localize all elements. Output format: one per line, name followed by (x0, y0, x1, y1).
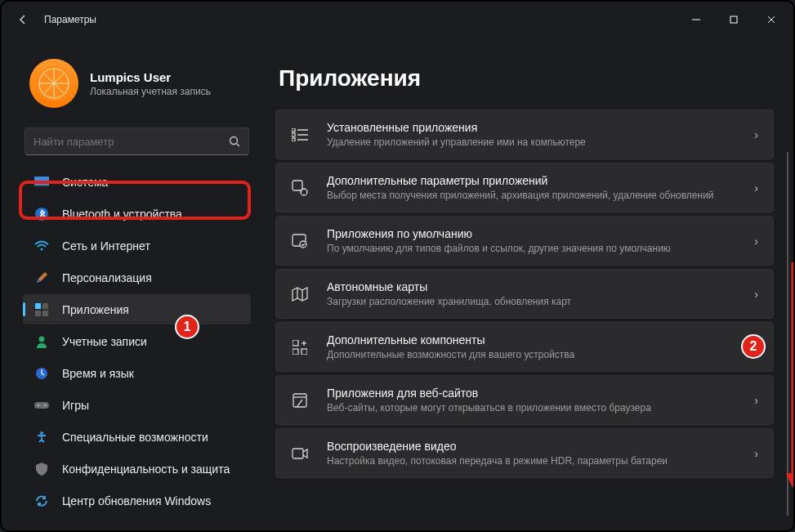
app-gear-icon (291, 179, 309, 197)
card-sub: Дополнительные возможности для вашего ус… (327, 349, 736, 360)
sidebar-item-accounts[interactable]: Учетные записи (23, 326, 251, 356)
chevron-right-icon: › (754, 447, 758, 460)
profile-name: Lumpics User (90, 70, 211, 84)
card-installed-apps[interactable]: Установленные приложенияУдаление приложе… (275, 110, 774, 159)
svg-rect-12 (34, 177, 49, 186)
card-sub: Удаление приложений и управление ими на … (327, 136, 736, 148)
svg-rect-22 (34, 402, 49, 409)
sidebar-item-network[interactable]: Сеть и Интернет (23, 230, 251, 261)
svg-point-20 (39, 336, 45, 342)
card-title: Приложения по умолчанию (327, 227, 736, 240)
svg-rect-13 (34, 186, 49, 187)
sidebar-item-bluetooth[interactable]: Bluetooth и устройства (23, 199, 251, 229)
profile[interactable]: Lumpics User Локальная учетная запись (29, 59, 251, 108)
sidebar-item-gaming[interactable]: Игры (23, 390, 251, 420)
website-icon (291, 391, 309, 409)
display-icon (34, 175, 49, 190)
titlebar: Параметры (2, 2, 793, 38)
search-input[interactable] (33, 136, 229, 148)
card-sub: По умолчанию для типов файлов и ссылок, … (327, 243, 736, 254)
sidebar-item-label: Приложения (62, 303, 129, 316)
video-icon (291, 445, 309, 463)
card-sub: Загрузки расположение хранилища, обновле… (327, 296, 736, 307)
accessibility-icon (34, 430, 49, 445)
sidebar-item-label: Bluetooth и устройства (62, 208, 182, 221)
bluetooth-icon (34, 207, 49, 221)
features-icon (291, 338, 309, 356)
sidebar-item-label: Игры (62, 399, 89, 412)
svg-rect-19 (42, 311, 48, 316)
search-box[interactable] (25, 127, 249, 155)
svg-point-24 (44, 405, 46, 406)
card-video-playback[interactable]: Воспроизведение видеоНастройка видео, по… (275, 428, 774, 478)
svg-point-25 (40, 431, 43, 435)
profile-subtitle: Локальная учетная запись (90, 86, 211, 97)
card-sub: Настройка видео, потоковая передача в ре… (327, 455, 736, 467)
card-advanced-app-settings[interactable]: Дополнительные параметры приложенийВыбор… (275, 163, 774, 212)
map-icon (291, 285, 309, 303)
chevron-right-icon: › (754, 288, 758, 301)
card-sub: Веб-сайты, которые могут открываться в п… (327, 402, 736, 414)
annotation-badge-1: 1 (175, 315, 199, 339)
maximize-button[interactable] (715, 7, 753, 33)
svg-rect-43 (293, 394, 306, 407)
window-controls (677, 7, 790, 33)
sidebar-item-label: Персонализация (62, 271, 152, 284)
card-default-apps[interactable]: Приложения по умолчаниюПо умолчанию для … (275, 216, 774, 266)
svg-rect-17 (42, 303, 48, 309)
sidebar-item-time[interactable]: Время и язык (23, 358, 251, 388)
svg-point-33 (301, 189, 307, 195)
card-apps-for-websites[interactable]: Приложения для веб-сайтовВеб-сайты, кото… (275, 375, 774, 425)
back-button[interactable] (7, 3, 39, 36)
sidebar: Lumpics User Локальная учетная запись Си… (2, 38, 259, 530)
window-title: Параметры (44, 14, 96, 25)
annotation-badge-2: 2 (741, 334, 766, 359)
page-title: Приложения (279, 65, 774, 92)
svg-rect-28 (292, 133, 295, 136)
sidebar-item-privacy[interactable]: Конфиденциальность и защита (23, 454, 251, 484)
cards-list: Установленные приложенияУдаление приложе… (275, 110, 774, 478)
sidebar-item-system[interactable]: Система (23, 167, 251, 197)
card-title: Установленные приложения (327, 121, 736, 134)
svg-point-15 (41, 248, 43, 250)
svg-point-23 (38, 405, 39, 406)
svg-rect-38 (293, 340, 298, 346)
close-button[interactable] (753, 7, 790, 33)
sidebar-item-label: Центр обновления Windows (62, 494, 211, 507)
svg-point-10 (230, 137, 238, 145)
annotation-arrow (784, 262, 795, 491)
card-offline-maps[interactable]: Автономные картыЗагрузки расположение хр… (275, 269, 774, 319)
card-title: Дополнительные параметры приложений (327, 174, 736, 187)
chevron-right-icon: › (754, 394, 758, 407)
card-optional-features[interactable]: Дополнительные компонентыДополнительные … (275, 322, 774, 372)
apps-icon (34, 302, 49, 317)
sidebar-item-apps[interactable]: Приложения (23, 294, 251, 324)
svg-rect-26 (292, 128, 295, 132)
chevron-right-icon: › (754, 235, 758, 248)
list-icon (291, 126, 309, 144)
svg-rect-40 (301, 349, 307, 355)
svg-rect-32 (293, 181, 302, 190)
default-app-icon (291, 232, 309, 250)
sidebar-item-accessibility[interactable]: Специальные возможности (23, 422, 251, 452)
svg-point-35 (300, 241, 306, 248)
card-title: Воспроизведение видео (327, 440, 736, 453)
svg-rect-16 (35, 303, 41, 309)
sidebar-item-update[interactable]: Центр обновления Windows (23, 485, 251, 516)
gamepad-icon (34, 398, 49, 413)
nav: Система Bluetooth и устройства Сеть и Ин… (23, 167, 251, 516)
main-content: Приложения Установленные приложенияУдале… (259, 38, 793, 530)
sidebar-item-label: Специальные возможности (62, 431, 208, 444)
sidebar-item-label: Конфиденциальность и защита (62, 463, 230, 476)
sidebar-item-personalization[interactable]: Персонализация (23, 262, 251, 293)
minimize-button[interactable] (677, 7, 715, 33)
person-icon (34, 334, 49, 349)
svg-rect-30 (292, 138, 295, 141)
avatar (29, 59, 78, 108)
svg-line-11 (237, 144, 240, 147)
svg-rect-45 (293, 449, 303, 458)
brush-icon (34, 270, 49, 285)
chevron-right-icon: › (754, 181, 758, 194)
svg-rect-1 (730, 16, 737, 23)
card-title: Дополнительные компоненты (327, 333, 736, 346)
